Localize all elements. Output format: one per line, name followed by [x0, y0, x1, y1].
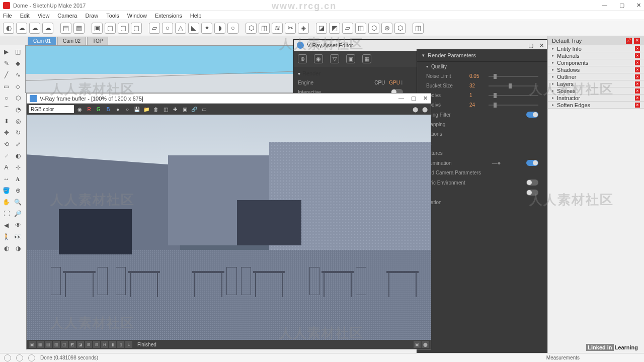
tray-materials[interactable]: Materials✕ [548, 52, 644, 59]
uration-label[interactable]: uration [426, 200, 469, 205]
paint-icon[interactable]: 🪣 [1, 185, 12, 196]
tray-instructor[interactable]: Instructor✕ [548, 95, 644, 102]
es-label[interactable]: es [426, 141, 469, 146]
ae-close-button[interactable]: ✕ [539, 42, 544, 49]
menu-camera[interactable]: Camera [57, 13, 77, 19]
vfb-clone-icon[interactable]: ◫ [162, 105, 170, 113]
pushpull-icon[interactable]: ⬍ [1, 116, 12, 126]
vfb-s2-icon[interactable]: ▦ [37, 341, 44, 348]
menu-extensions[interactable]: Extensions [155, 13, 182, 19]
tray-shadows[interactable]: Shadows✕ [548, 66, 644, 73]
eraser2-icon[interactable]: ◆ [13, 58, 23, 68]
vfb-s7-icon[interactable]: ◪ [77, 341, 84, 348]
util-3-icon[interactable]: ▱ [342, 23, 353, 34]
protractor-icon[interactable]: ◐ [13, 150, 23, 161]
section-icon[interactable]: ◐ [1, 243, 12, 253]
vfb-track-icon[interactable]: ✚ [171, 105, 179, 113]
light-sphere-icon[interactable]: ○ [162, 23, 173, 34]
ae-render-section[interactable]: ▾ Render [298, 69, 403, 78]
vfb-load-icon[interactable]: 📁 [142, 105, 150, 113]
util-8-icon[interactable]: ◫ [413, 23, 424, 34]
text-icon[interactable]: A [1, 162, 12, 172]
util-1-icon[interactable]: ◪ [316, 23, 327, 34]
follow-icon[interactable]: ↻ [13, 127, 23, 138]
geo-proxy-icon[interactable]: ◫ [259, 23, 270, 34]
circle-icon[interactable]: ○ [1, 93, 12, 103]
subdivs2-value[interactable]: 24 [469, 102, 485, 108]
tape-icon[interactable]: ⟋ [1, 150, 12, 161]
vray-viewport-icon[interactable]: ▢ [131, 23, 142, 34]
menu-view[interactable]: View [38, 13, 50, 19]
maximize-button[interactable]: ▢ [619, 2, 624, 9]
er-label[interactable]: er [426, 190, 469, 196]
bucket-size-slider[interactable]: .slider[style*="40"]::after{left:40%} [489, 85, 538, 86]
tray-soften-edges[interactable]: Soften Edges✕ [548, 102, 644, 109]
vfb-s-end1-icon[interactable]: ▣ [414, 341, 421, 348]
vray-lock-icon[interactable]: ▢ [118, 23, 129, 34]
util-2-icon[interactable]: ◩ [329, 23, 340, 34]
vfb-mono-icon[interactable]: ● [114, 105, 122, 113]
ae-minimize-button[interactable]: — [517, 42, 522, 49]
mapping-label[interactable]: Mapping [426, 122, 469, 127]
menu-file[interactable]: File [3, 13, 12, 19]
vfb-render-icon[interactable]: ⬤ [421, 105, 429, 113]
vfb-rgb-icon[interactable]: ◉ [75, 105, 84, 113]
prev-icon[interactable]: ◀ [1, 220, 12, 230]
noise-limit-slider[interactable] [489, 76, 538, 77]
engine-gpu[interactable]: GPU [389, 80, 400, 85]
util-7-icon[interactable]: ⬡ [394, 23, 406, 34]
subdivs1-slider[interactable] [489, 95, 538, 96]
vfb-green-button[interactable]: G [95, 105, 103, 113]
vfb-red-button[interactable]: R [85, 105, 93, 113]
tray-entity-info[interactable]: Entity Info✕ [548, 45, 644, 52]
vfb-stop-icon[interactable]: ⬤ [411, 105, 419, 113]
vray-vfb-icon[interactable]: ▤ [60, 23, 71, 34]
vray-asset-editor-icon[interactable]: ▣ [92, 23, 103, 34]
vfb-s11-icon[interactable]: ▮ [109, 341, 116, 348]
render-params-header[interactable]: Render Parameters [417, 49, 547, 62]
minimize-button[interactable]: — [602, 2, 607, 9]
status-icon3[interactable] [28, 354, 35, 361]
close-button[interactable]: ✕ [636, 2, 641, 9]
position-icon[interactable]: 👁 [13, 220, 23, 230]
engine-cpu[interactable]: CPU [374, 80, 385, 85]
util-6-icon[interactable]: ⊛ [381, 23, 392, 34]
filter-label[interactable]: asing Filter [426, 112, 469, 118]
light-mesh-icon[interactable]: ○ [227, 23, 238, 34]
tray-close-icon[interactable]: ✕ [634, 38, 640, 44]
section2-icon[interactable]: ◑ [13, 243, 23, 253]
tab-cam01[interactable]: Cam 01 [28, 37, 56, 45]
vfb-s9-icon[interactable]: ⊟ [93, 341, 100, 348]
illum-toggle[interactable] [526, 160, 538, 166]
vray-interactive-icon[interactable]: ☁ [16, 23, 27, 34]
status-icon2[interactable] [16, 354, 23, 361]
offset-icon[interactable]: ◎ [13, 116, 23, 126]
vfb-canvas[interactable] [27, 115, 431, 340]
ae-lights-icon[interactable]: ◉ [314, 54, 323, 63]
subdivs2-slider[interactable] [489, 105, 538, 106]
geo-fur-icon[interactable]: ≋ [272, 23, 283, 34]
vfb-minimize-button[interactable]: — [398, 95, 404, 102]
polygon-icon[interactable]: ⬡ [13, 93, 23, 103]
ae-maximize-button[interactable]: ▢ [528, 42, 533, 49]
lasso-icon[interactable]: ◫ [13, 46, 23, 57]
env-label[interactable]: etric Environment [426, 180, 469, 186]
orbit-icon[interactable]: ⊕ [13, 185, 23, 196]
menu-help[interactable]: Help [190, 13, 202, 19]
ae-materials-icon[interactable]: ⊛ [298, 54, 307, 63]
vray-batch-icon[interactable]: ▦ [73, 23, 85, 34]
vfb-channel-select[interactable]: RGB color [29, 105, 74, 113]
vfb-s-end2-icon[interactable]: ⬤ [422, 341, 429, 348]
light-rect-icon[interactable]: ▱ [149, 23, 160, 34]
line-icon[interactable]: ╱ [1, 69, 12, 80]
eraser-icon[interactable]: ✎ [1, 58, 12, 68]
noise-limit-value[interactable]: 0.05 [469, 73, 485, 79]
vfb-blue-button[interactable]: B [104, 105, 112, 113]
walk-icon[interactable]: 🚶 [1, 231, 12, 242]
3dtext-icon[interactable]: 𝐀 [13, 173, 23, 184]
scale-icon[interactable]: ⤢ [13, 139, 23, 149]
tab-cam02[interactable]: Cam 02 [57, 37, 86, 45]
menu-draw[interactable]: Draw [85, 13, 98, 19]
subdivs1-value[interactable]: 1 [469, 93, 485, 98]
geo-clipper-icon[interactable]: ✂ [285, 23, 296, 34]
